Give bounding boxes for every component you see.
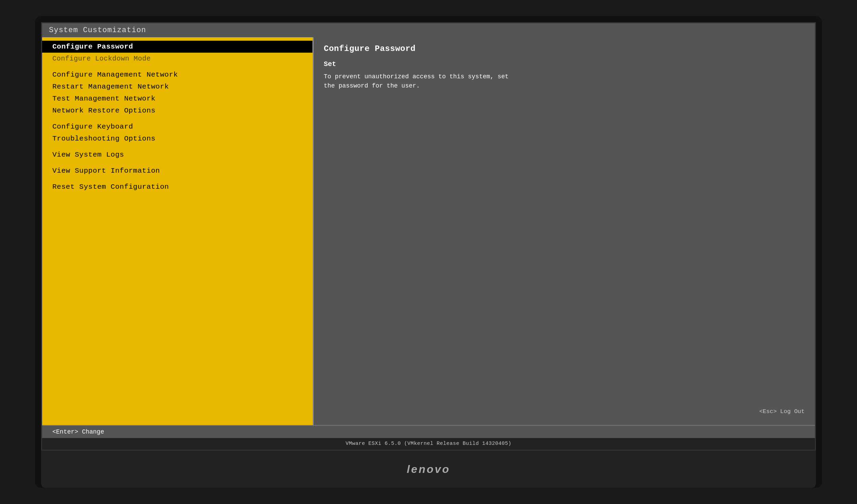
menu-item-view-system-logs[interactable]: View System Logs	[42, 149, 312, 161]
version-bar: VMware ESXi 6.5.0 (VMkernel Release Buil…	[42, 438, 815, 450]
main-area: Configure Password Configure Lockdown Mo…	[42, 37, 815, 425]
monitor: System Customization Configure Password …	[35, 16, 822, 488]
version-text: VMware ESXi 6.5.0 (VMkernel Release Buil…	[346, 441, 512, 447]
spacer-5	[42, 177, 312, 181]
left-panel: Configure Password Configure Lockdown Mo…	[42, 37, 312, 425]
screen-content: System Customization Configure Password …	[42, 23, 815, 450]
right-panel-title: Configure Password	[324, 44, 805, 53]
spacer-1	[42, 65, 312, 69]
title-bar-text: System Customization	[49, 26, 146, 35]
enter-change-label: <Enter> Change	[52, 428, 104, 435]
menu-item-reset-system-configuration[interactable]: Reset System Configuration	[42, 181, 312, 193]
menu-item-configure-password[interactable]: Configure Password	[42, 41, 312, 53]
screen: System Customization Configure Password …	[41, 22, 816, 451]
menu-item-restart-management-network[interactable]: Restart Management Network	[42, 81, 312, 93]
right-panel: Configure Password Set To prevent unauth…	[314, 37, 815, 425]
menu-item-troubleshooting-options[interactable]: Troubleshooting Options	[42, 133, 312, 145]
menu-item-configure-management-network[interactable]: Configure Management Network	[42, 69, 312, 81]
spacer-3	[42, 145, 312, 149]
esc-log-out-label: <Esc> Log Out	[759, 408, 805, 415]
right-panel-subtitle: Set	[324, 60, 805, 68]
menu-item-view-support-information[interactable]: View Support Information	[42, 165, 312, 177]
title-bar: System Customization	[42, 23, 815, 37]
right-panel-footer: <Esc> Log Out	[759, 408, 805, 415]
menu-item-configure-keyboard[interactable]: Configure Keyboard	[42, 121, 312, 133]
spacer-2	[42, 117, 312, 121]
menu-item-test-management-network[interactable]: Test Management Network	[42, 93, 312, 105]
monitor-bezel-bottom: lenovo	[41, 451, 816, 488]
menu-item-network-restore-options[interactable]: Network Restore Options	[42, 105, 312, 117]
monitor-logo: lenovo	[407, 463, 450, 476]
bottom-bar: <Enter> Change	[42, 425, 815, 438]
menu-item-configure-lockdown[interactable]: Configure Lockdown Mode	[42, 53, 312, 65]
spacer-4	[42, 161, 312, 165]
left-panel-inner: Configure Password Configure Lockdown Mo…	[42, 37, 312, 425]
right-panel-description: To prevent unauthorized access to this s…	[324, 72, 512, 91]
